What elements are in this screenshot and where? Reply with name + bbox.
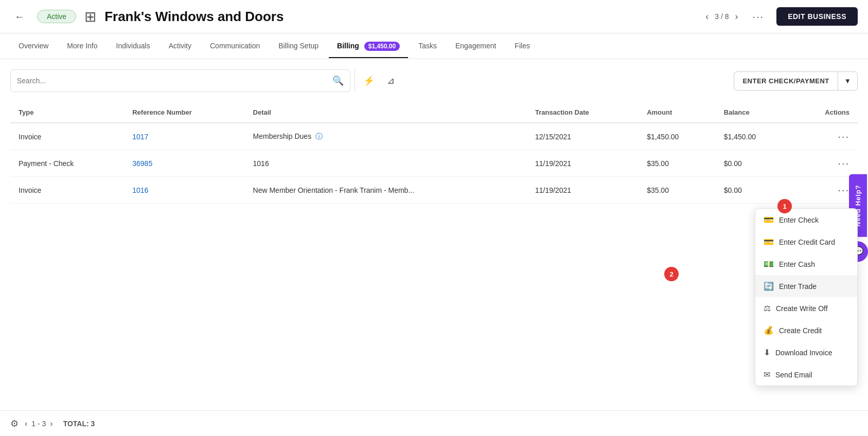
create-credit-icon: 💰 xyxy=(764,325,774,335)
enter-check-label: Enter Check xyxy=(779,216,819,224)
col-type: Type xyxy=(10,102,124,123)
status-badge: Active xyxy=(37,10,76,23)
download-invoice-icon: ⬇ xyxy=(764,348,770,357)
tab-billing[interactable]: Billing $1,450.00 xyxy=(329,34,408,58)
nav-controls: ‹ 3 / 8 › xyxy=(703,9,740,24)
settings-button[interactable]: ⚙ xyxy=(10,418,19,429)
page-navigation: ‹ 1 - 3 › xyxy=(25,419,53,428)
enter-payment-dropdown-button[interactable]: ▼ xyxy=(838,71,858,90)
table-row: Invoice 1017 Membership Dues ⓘ 12/15/202… xyxy=(10,123,858,150)
row1-amount: $1,450.00 xyxy=(639,123,716,150)
row3-detail: New Member Orientation - Frank Tranim - … xyxy=(245,177,527,204)
search-container: 🔍 xyxy=(10,69,350,92)
business-title: Frank's Windows and Doors xyxy=(104,9,695,25)
tab-overview[interactable]: Overview xyxy=(10,34,57,58)
enter-cash-label: Enter Cash xyxy=(779,260,815,268)
menu-download-invoice[interactable]: ⬇ Download Invoice xyxy=(755,341,857,364)
page-indicator: 3 / 8 xyxy=(715,12,729,21)
col-amount: Amount xyxy=(639,102,716,123)
menu-enter-credit-card[interactable]: 💳 Enter Credit Card xyxy=(755,231,857,253)
row2-detail: 1016 xyxy=(245,150,527,177)
create-credit-label: Create Credit xyxy=(779,326,822,335)
main-content: 🔍 ⚡ ⊿ ENTER CHECK/PAYMENT ▼ Type Referen… xyxy=(0,59,868,214)
send-email-icon: ✉ xyxy=(764,370,770,379)
step-badge-1: 1 xyxy=(777,199,792,213)
row2-actions: ··· xyxy=(792,150,858,177)
next-page-button[interactable]: › xyxy=(733,9,740,24)
tab-tasks[interactable]: Tasks xyxy=(410,34,445,58)
actions-dropdown-menu: 💳 Enter Check 💳 Enter Credit Card 💵 Ente… xyxy=(755,208,858,386)
row2-balance: $0.00 xyxy=(716,150,793,177)
back-button[interactable]: ← xyxy=(10,9,29,25)
tab-engagement[interactable]: Engagement xyxy=(447,34,504,58)
table-row: Invoice 1016 New Member Orientation - Fr… xyxy=(10,177,858,204)
filter-button[interactable]: ⊿ xyxy=(383,73,399,88)
menu-create-write-off[interactable]: ⚖ Create Write Off xyxy=(755,297,857,319)
row1-balance: $1,450.00 xyxy=(716,123,793,150)
row1-detail: Membership Dues ⓘ xyxy=(245,123,527,150)
col-balance: Balance xyxy=(716,102,793,123)
row1-reference: 1017 xyxy=(124,123,244,150)
menu-create-credit[interactable]: 💰 Create Credit xyxy=(755,319,857,341)
menu-send-email[interactable]: ✉ Send Email xyxy=(755,364,857,386)
tabs-bar: Overview More Info Individuals Activity … xyxy=(0,33,868,59)
building-icon: ⊞ xyxy=(84,8,96,25)
enter-trade-label: Enter Trade xyxy=(779,282,817,290)
row2-amount: $35.00 xyxy=(639,150,716,177)
col-detail: Detail xyxy=(245,102,527,123)
create-write-off-label: Create Write Off xyxy=(776,304,828,313)
divider-1 xyxy=(355,69,355,92)
step-badge-2: 2 xyxy=(664,267,679,281)
row1-date: 12/15/2021 xyxy=(527,123,639,150)
more-options-button[interactable]: ··· xyxy=(748,9,768,25)
table-header-row: Type Reference Number Detail Transaction… xyxy=(10,102,858,123)
prev-records-button[interactable]: ‹ xyxy=(25,419,27,428)
billing-badge: $1,450.00 xyxy=(364,42,400,51)
row2-reference-link[interactable]: 36985 xyxy=(132,159,152,168)
row1-reference-link[interactable]: 1017 xyxy=(132,133,148,141)
enter-payment-split-button: ENTER CHECK/PAYMENT ▼ xyxy=(734,71,858,90)
enter-cash-icon: 💵 xyxy=(764,259,774,269)
info-icon[interactable]: ⓘ xyxy=(315,132,323,140)
row3-reference: 1016 xyxy=(124,177,244,204)
footer: ⚙ ‹ 1 - 3 › TOTAL: 3 xyxy=(0,410,868,436)
toolbar: 🔍 ⚡ ⊿ ENTER CHECK/PAYMENT ▼ xyxy=(10,69,858,92)
row2-date: 11/19/2021 xyxy=(527,150,639,177)
edit-business-button[interactable]: EDIT BUSINESS xyxy=(776,7,858,26)
col-reference: Reference Number xyxy=(124,102,244,123)
row1-actions: ··· xyxy=(792,123,858,150)
tab-activity[interactable]: Activity xyxy=(161,34,200,58)
total-count: TOTAL: 3 xyxy=(63,420,95,428)
prev-page-button[interactable]: ‹ xyxy=(703,9,711,24)
menu-enter-trade[interactable]: 🔄 Enter Trade xyxy=(755,275,857,297)
col-transaction-date: Transaction Date xyxy=(527,102,639,123)
menu-enter-cash[interactable]: 💵 Enter Cash xyxy=(755,253,857,275)
next-records-button[interactable]: › xyxy=(50,419,52,428)
download-invoice-label: Download Invoice xyxy=(775,349,832,357)
billing-table: Type Reference Number Detail Transaction… xyxy=(10,102,858,204)
tab-individuals[interactable]: Individuals xyxy=(108,34,158,58)
tab-billing-setup[interactable]: Billing Setup xyxy=(270,34,327,58)
row1-type: Invoice xyxy=(10,123,124,150)
lightning-button[interactable]: ⚡ xyxy=(359,73,379,88)
row3-date: 11/19/2021 xyxy=(527,177,639,204)
enter-credit-card-label: Enter Credit Card xyxy=(779,238,835,246)
enter-check-payment-button[interactable]: ENTER CHECK/PAYMENT xyxy=(734,71,837,90)
top-bar: ← Active ⊞ Frank's Windows and Doors ‹ 3… xyxy=(0,0,868,33)
enter-credit-card-icon: 💳 xyxy=(764,237,774,247)
row1-actions-button[interactable]: ··· xyxy=(838,131,849,142)
row2-actions-button[interactable]: ··· xyxy=(838,157,849,169)
tab-communication[interactable]: Communication xyxy=(202,34,268,58)
tab-more-info[interactable]: More Info xyxy=(59,34,105,58)
tab-files[interactable]: Files xyxy=(506,34,538,58)
search-input[interactable] xyxy=(17,77,328,85)
row3-reference-link[interactable]: 1016 xyxy=(132,186,148,194)
create-write-off-icon: ⚖ xyxy=(764,303,771,313)
send-email-label: Send Email xyxy=(775,371,812,379)
row2-type: Payment - Check xyxy=(10,150,124,177)
menu-enter-check[interactable]: 💳 Enter Check xyxy=(755,209,857,231)
col-actions: Actions xyxy=(792,102,858,123)
row3-type: Invoice xyxy=(10,177,124,204)
row3-amount: $35.00 xyxy=(639,177,716,204)
search-icon[interactable]: 🔍 xyxy=(332,75,344,86)
